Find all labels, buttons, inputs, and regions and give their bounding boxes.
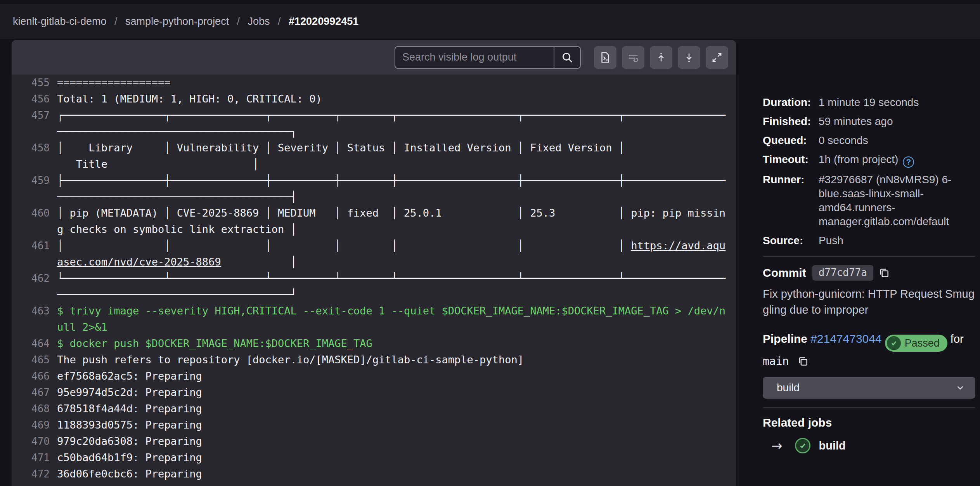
search-input[interactable] [395, 47, 554, 68]
breadcrumb-project[interactable]: sample-python-project [125, 16, 229, 27]
detail-row-finished: Finished: 59 minutes ago [763, 115, 975, 128]
detail-row-timeout: Timeout: 1h (from project)? [763, 153, 975, 168]
log-line-number[interactable]: 470 [12, 433, 50, 450]
log-line-content: $ docker push $DOCKER_IMAGE_NAME:$DOCKER… [57, 335, 372, 352]
log-line-content: │ │ │ │ │ │ │ https://avd.aquasec.com/nv… [57, 238, 725, 270]
pipeline-title: Pipeline [763, 332, 807, 345]
breadcrumb-group[interactable]: kienlt-gitlab-ci-demo [13, 16, 107, 27]
log-line-number[interactable]: 464 [12, 335, 50, 352]
detail-row-source: Source: Push [763, 234, 975, 248]
commit-title: Commit [763, 266, 806, 279]
pipeline-status-badge[interactable]: Passed [885, 335, 947, 352]
pipeline-id-link[interactable]: #2147473044 [810, 332, 882, 345]
log-line: 456Total: 1 (MEDIUM: 1, HIGH: 0, CRITICA… [12, 91, 736, 107]
status-check-icon [887, 336, 901, 350]
copy-ref-icon[interactable] [798, 356, 809, 367]
log-line: 461│ │ │ │ │ │ │ https://avd.aquasec.com… [12, 238, 736, 270]
log-line-number[interactable]: 462 [12, 270, 50, 303]
timeout-help-icon[interactable]: ? [903, 156, 914, 168]
log-link[interactable]: asec.com/nvd/cve-2025-8869 [57, 256, 221, 268]
log-link[interactable]: https://avd.aqu [631, 240, 725, 252]
detail-label: Queued: [763, 134, 819, 148]
fullscreen-icon[interactable] [706, 46, 728, 69]
log-line-content: └────────────────┴───────────────┴──────… [57, 270, 725, 303]
log-line: 470979c20da6308: Preparing [12, 433, 736, 450]
top-bar: kienlt-gitlab-ci-demo / sample-python-pr… [0, 4, 980, 39]
job-passed-icon [795, 438, 810, 453]
log-line-number[interactable]: 472 [12, 466, 50, 482]
raw-log-icon[interactable] [594, 46, 616, 69]
log-line: 455================== [12, 75, 736, 91]
log-line-number[interactable]: 468 [12, 401, 50, 417]
log-line-content: Total: 1 (MEDIUM: 1, HIGH: 0, CRITICAL: … [57, 91, 322, 107]
detail-row-duration: Duration: 1 minute 19 seconds [763, 95, 975, 109]
breadcrumb-jobs[interactable]: Jobs [248, 16, 270, 27]
log-line-content: │ pip (METADATA) │ CVE-2025-8869 │ MEDIU… [57, 205, 725, 238]
log-line-number[interactable]: 458 [12, 140, 50, 172]
log-line: 468678518f4a44d: Preparing [12, 401, 736, 417]
log-line-content: 36d06fe0cbc6: Preparing [57, 466, 202, 482]
log-line-number[interactable]: 465 [12, 352, 50, 368]
pipeline-ref[interactable]: main [763, 355, 789, 368]
log-line: 464$ docker push $DOCKER_IMAGE_NAME:$DOC… [12, 335, 736, 352]
log-line-number[interactable]: 466 [12, 368, 50, 384]
current-job-arrow-icon: → [763, 438, 783, 453]
log-line-number[interactable]: 473 [12, 482, 50, 486]
log-line-number[interactable]: 459 [12, 172, 50, 205]
log-line-content: 678518f4a44d: Preparing [57, 401, 202, 417]
related-job-name: build [819, 439, 846, 452]
sidebar-divider [763, 256, 975, 257]
breadcrumb-separator: / [237, 16, 240, 27]
scroll-to-bottom-icon[interactable] [678, 46, 700, 69]
commit-sha-badge[interactable]: d77cd77a [812, 265, 873, 281]
detail-row-runner: Runner: #32976687 (nN8vMRS9) 6-blue.saas… [763, 173, 975, 229]
chevron-down-icon [955, 383, 965, 393]
detail-value: 1 minute 19 seconds [819, 95, 975, 109]
log-line-content: The push refers to repository [docker.io… [57, 352, 524, 368]
log-search [395, 46, 581, 69]
log-line-content: c50bad64b1f9: Preparing [57, 450, 202, 466]
log-line-content: ┌────────────────┬───────────────┬──────… [57, 107, 725, 140]
log-line-number[interactable]: 461 [12, 238, 50, 270]
log-line-number[interactable]: 471 [12, 450, 50, 466]
log-line-content: ├────────────────┼───────────────┼──────… [57, 172, 725, 205]
log-toolbar [12, 40, 736, 75]
window-top-strip [0, 0, 980, 4]
log-line: 4691188393d0575: Preparing [12, 417, 736, 433]
commit-section: Commit d77cd77a [763, 265, 975, 281]
search-icon[interactable] [554, 47, 580, 68]
log-line: 458│ Library │ Vulnerability │ Severity … [12, 140, 736, 172]
log-line-content: 1188393d0575: Preparing [57, 417, 202, 433]
pipeline-for-text: for [951, 333, 964, 345]
log-line: 463$ trivy image --severity HIGH,CRITICA… [12, 303, 736, 335]
log-line-content: $ trivy image --severity HIGH,CRITICAL -… [57, 303, 725, 335]
related-job-item[interactable]: → build [763, 438, 975, 453]
log-line-number[interactable]: 456 [12, 91, 50, 107]
breadcrumb: kienlt-gitlab-ci-demo / sample-python-pr… [13, 16, 358, 28]
copy-commit-sha-icon[interactable] [879, 267, 890, 278]
log-line-number[interactable]: 463 [12, 303, 50, 335]
detail-value: 59 minutes ago [819, 115, 975, 128]
detail-label: Timeout: [763, 153, 819, 168]
stage-dropdown-value: build [777, 382, 800, 394]
log-line: 462└────────────────┴───────────────┴───… [12, 270, 736, 303]
job-details-sidebar: Duration: 1 minute 19 seconds Finished: … [763, 39, 975, 486]
breadcrumb-separator: / [278, 16, 281, 27]
detail-value: 1h (from project)? [819, 153, 975, 168]
log-line-content: ================== [57, 75, 171, 91]
log-line-number[interactable]: 455 [12, 75, 50, 91]
log-line-number[interactable]: 460 [12, 205, 50, 238]
log-line-number[interactable]: 457 [12, 107, 50, 140]
log-line-number[interactable]: 469 [12, 417, 50, 433]
log-toolbar-buttons [594, 46, 728, 69]
detail-label: Duration: [763, 95, 819, 109]
log-line-number[interactable]: 467 [12, 384, 50, 401]
scroll-to-top-icon[interactable] [650, 46, 672, 69]
pipeline-status-text: Passed [905, 334, 940, 352]
detail-value: 0 seconds [819, 134, 975, 148]
log-line: 473c50bad64b1f9: Waiting [12, 482, 736, 486]
detail-label: Finished: [763, 115, 819, 128]
detail-value: #32976687 (nN8vMRS9) 6-blue.saas-linux-s… [819, 173, 975, 229]
wrap-lines-icon[interactable] [622, 46, 644, 69]
stage-dropdown[interactable]: build [763, 377, 975, 399]
